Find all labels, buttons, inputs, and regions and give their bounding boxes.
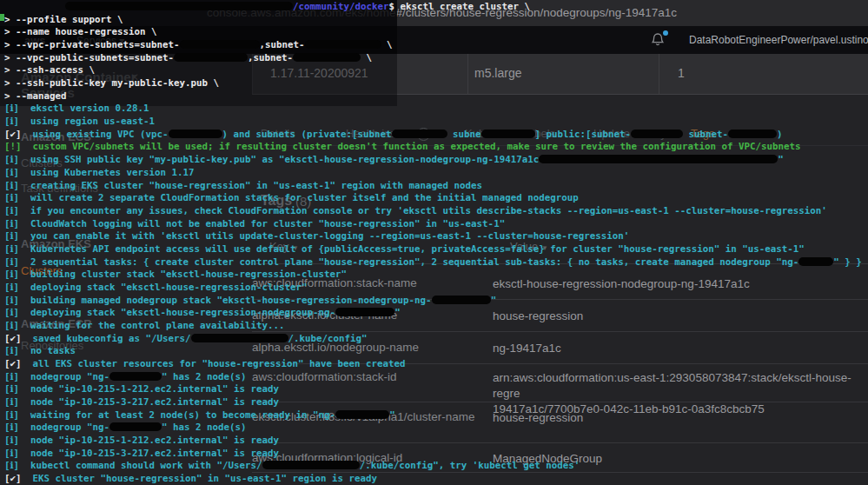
terminal-text: [ℹ] Kubernetes API endpoint access will … [4,243,805,255]
terminal-line-log-cloudwatch: [ℹ] CloudWatch logging will not be enabl… [4,218,505,231]
terminal-text: [ℹ] 2 sequential tasks: { create cluster… [4,256,798,268]
terminal-window[interactable]: /community/docker$ eksctl create cluster… [0,0,868,485]
terminal-text: [ℹ] deploying stack "eksctl-house-regres… [4,307,335,318]
terminal-text: ] public:[subnet- [535,129,632,140]
terminal-line-log-will-create: [ℹ] will create 2 separate CloudFormatio… [4,192,579,205]
terminal-text: [ℹ] using Kubernetes version 1.17 [4,167,195,178]
terminal-line-log-building-ng: [ℹ] building managed nodegroup stack "ek… [4,295,496,308]
terminal-text: $ eksctl create cluster \ [389,1,531,12]
terminal-line-log-ssh-key: [ℹ] using SSH public key "my-public-key.… [4,154,784,167]
terminal-text: [ℹ] nodegroup "ng- [4,422,109,433]
terminal-text: EKS cluster "house-regression" in "us-ea… [22,473,378,484]
terminal-text: [ℹ] no tasks [4,345,76,356]
terminal-line-log-node-2a: [ℹ] node "ip-10-215-1-212.ec2.internal" … [4,435,279,448]
redaction-bar [631,130,683,138]
terminal-line-cmd-vpc-private: > --vpc-private-subnets=subnet-,subnet- … [4,39,393,52]
terminal-line-cmd-ssh-access: > --ssh-access \ [4,64,95,77]
terminal-text: > --vpc-public-subnets=subnet- [4,52,174,63]
terminal-text: /community/docker [293,1,389,12]
redaction-bar [539,155,778,163]
terminal-text: > --ssh-public-key my-public-key.pub \ [4,77,219,89]
redaction-bar [335,308,394,316]
terminal-line-log-endpoint: [ℹ] Kubernetes API endpoint access will … [4,243,805,256]
terminal-line-log-enable-logging: [ℹ] you can enable it with 'eksctl utils… [4,230,629,243]
redaction-bar [728,130,777,138]
terminal-text: [!] custom VPC/subnets will be used; if … [4,141,801,152]
terminal-text: > --profile support \ [4,14,123,25]
terminal-text: ,subnet- [260,39,305,50]
terminal-text: " has 2 node(s) [162,422,247,433]
redaction-bar [481,130,535,138]
terminal-line-log-region: [ℹ] using region us-east-1 [4,116,155,129]
terminal-text: [ℹ] node "ip-10-215-3-217.ec2.internal" … [4,448,279,459]
terminal-line-log-building-cluster: [ℹ] building cluster stack "eksctl-house… [4,269,347,282]
terminal-text: [✔] [4,358,22,369]
terminal-line-log-all-created: [✔] all EKS cluster resources for "house… [4,358,406,371]
prompt-indicator [0,14,4,21]
terminal-text: [ℹ] node "ip-10-215-3-217.ec2.internal" … [4,396,279,408]
terminal-line-log-node-1a: [ℹ] node "ip-10-215-1-212.ec2.internal" … [4,383,279,396]
terminal-text: \ [361,52,372,63]
terminal-line-log-deploying-ng: [ℹ] deploying stack "eksctl-house-regres… [4,307,401,320]
terminal-text: " } } [833,256,862,268]
terminal-line-log-version: [ℹ] eksctl version 0.28.1 [4,103,149,116]
terminal-text: [ℹ] you can enable it with 'eksctl utils… [4,230,629,242]
terminal-text: [ℹ] node "ip-10-215-1-212.ec2.internal" … [4,435,279,446]
terminal-line-log-nodegroup-1: [ℹ] nodegroup "ng-" has 2 node(s) [4,371,247,384]
terminal-line-log-kubectl: [ℹ] kubectl command should work with "/U… [4,460,580,473]
redaction-bar [293,53,361,62]
terminal-line-log-ready: [✔] EKS cluster "house-regression" in "u… [4,473,377,485]
terminal-line-cmd-profile: > --profile support \ [4,14,123,27]
terminal-text: [ℹ] using SSH public key "my-public-key.… [4,154,539,165]
terminal-line-log-k8s-version: [ℹ] using Kubernetes version 1.17 [4,167,195,180]
terminal-line-log-node-1b: [ℹ] node "ip-10-215-3-217.ec2.internal" … [4,396,279,409]
terminal-line-log-if-issues: [ℹ] if you encounter any issues, check C… [4,205,827,218]
terminal-line-log-waiting-nodes: [ℹ] waiting for at least 2 node(s) to be… [4,409,395,422]
terminal-line-log-kubeconfig: [✔] saved kubeconfig as "/Users//.kube/c… [4,333,368,346]
terminal-text: [ℹ] deploying stack "eksctl-house-regres… [4,282,308,293]
terminal-text: /.kube/config", try 'kubectl get nodes' [360,460,580,471]
redaction-bar [169,130,222,138]
terminal-line-log-vpc: [✔] using existing VPC (vpc-) and subnet… [4,129,783,142]
terminal-line-log-waiting-cp: [ℹ] waiting for the control plane availa… [4,320,285,333]
redaction-bar [109,422,162,431]
terminal-text: ) [777,129,783,140]
terminal-text: ,subnet- [248,52,293,63]
terminal-text: \ [381,39,393,50]
terminal-text: " [389,409,395,421]
redaction-bar [305,40,381,49]
terminal-text: ) and subnets (private:[subnet [222,129,392,140]
terminal-text: [ℹ] building cluster stack "eksctl-house… [4,269,347,280]
terminal-text: [ℹ] if you encounter any issues, check C… [4,205,827,216]
redaction-bar [432,296,491,304]
terminal-text: [ℹ] creating EKS cluster "house-regressi… [4,180,482,191]
terminal-text: subne [447,129,481,140]
terminal-text: [✔] [4,129,22,140]
terminal-text: /.kube/config" [288,333,368,344]
terminal-text: [ℹ] node "ip-10-215-1-212.ec2.internal" … [4,383,279,395]
terminal-text: using existing VPC (vpc- [22,129,169,140]
terminal-line-cmd-managed: > --managed [4,90,67,103]
terminal-line-cmd-name: > --name house-regression \ [4,26,157,39]
terminal-line-log-deploying-cluster: [ℹ] deploying stack "eksctl-house-regres… [4,282,308,295]
redaction-bar [335,410,389,419]
redaction-bar [191,334,288,342]
redaction-bar [262,461,360,469]
terminal-text: [ℹ] using region us-east-1 [4,116,155,127]
terminal-line-prompt-line: /community/docker$ eksctl create cluster… [4,1,530,14]
terminal-text: [ℹ] CloudWatch logging will not be enabl… [4,218,505,229]
redaction-bar [180,40,260,49]
terminal-line-cmd-vpc-public: > --vpc-public-subnets=subnet-,subnet- \ [4,52,372,65]
terminal-line-log-node-2b: [ℹ] node "ip-10-215-3-217.ec2.internal" … [4,448,279,461]
terminal-text: " [491,295,497,306]
terminal-text: [ℹ] will create 2 separate CloudFormatio… [4,192,579,203]
redaction-bar [109,372,162,381]
terminal-text: > --name house-regression \ [4,26,157,37]
terminal-text: [ℹ] nodegroup "ng- [4,371,109,382]
terminal-text: [ℹ] waiting for the control plane availa… [4,320,285,331]
terminal-text: [✔] [4,473,22,484]
terminal-text: > --vpc-private-subnets=subnet- [4,39,180,50]
terminal-text: > --managed [4,90,67,102]
terminal-line-log-warning: [!] custom VPC/subnets will be used; if … [4,141,801,154]
terminal-text: subnet- [683,129,728,140]
